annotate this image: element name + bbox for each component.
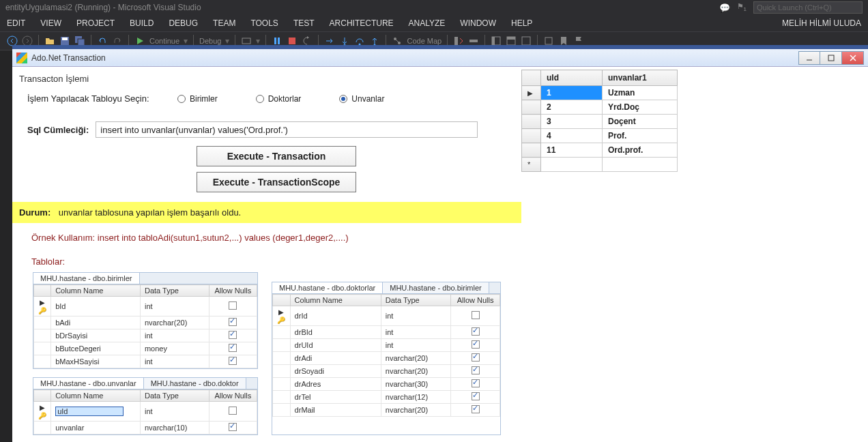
group-title: Transacton İşlemi (18, 71, 516, 91)
tab-birimler[interactable]: MHU.hastane - dbo.birimler (33, 273, 140, 284)
form-app-icon (16, 53, 27, 63)
table-row[interactable]: 4Prof. (522, 129, 678, 143)
notification-icon[interactable]: ⚑1 (737, 2, 747, 12)
radio-birimler-label: Birimler (190, 94, 218, 104)
table-row[interactable]: 2Yrd.Doç (522, 100, 678, 115)
tab-doktorlar[interactable]: MHU.hastane - dbo.doktorlar (272, 282, 383, 293)
table-row[interactable]: ▶🔑bIdint (34, 297, 257, 316)
maximize-button[interactable] (820, 51, 842, 65)
right-pane: uId unvanlar1 ▶1Uzman2Yrd.Doç3Doçent4Pro… (521, 67, 868, 442)
radio-birimler[interactable]: Birimler (177, 94, 218, 104)
vs-side-strip (0, 50, 12, 442)
svg-rect-15 (454, 37, 458, 45)
table-row[interactable]: * (522, 158, 678, 172)
minimize-button[interactable] (798, 51, 820, 65)
vs-titlebar: entityUygulamasi2 (Running) - Microsoft … (0, 0, 868, 15)
execute-transactionscope-button[interactable]: Execute - TransactionScope (197, 172, 356, 192)
status-label: Durum: (19, 207, 50, 218)
status-text: unvanlar tablosuna yapılan işlem başarıl… (59, 207, 241, 218)
table-row[interactable]: 3Doçent (522, 115, 678, 129)
status-bar: Durum: unvanlar tablosuna yapılan işlem … (12, 202, 521, 223)
schema-birimler: MHU.hastane - dbo.birimler Column NameDa… (33, 272, 258, 369)
table-row[interactable]: ▶1Uzman (522, 86, 678, 100)
menu-edit[interactable]: EDIT (7, 18, 25, 28)
feedback-icon[interactable]: 💬 (719, 3, 730, 13)
menu-tools[interactable]: TOOLS (250, 18, 278, 28)
form-window: Ado.Net Transaction Transacton İşlemi İş… (12, 45, 868, 442)
form-titlebar[interactable]: Ado.Net Transaction (12, 49, 868, 67)
table-row[interactable]: bAdinvarchar(20) (34, 316, 257, 329)
col-unvanlar1[interactable]: unvanlar1 (603, 70, 678, 86)
left-pane: Transacton İşlemi İşlem Yapılacak Tabloy… (12, 67, 521, 442)
table-row[interactable]: drAdinvarchar(20) (273, 352, 500, 365)
table-row[interactable]: bDrSayisiint (34, 329, 257, 342)
menu-help[interactable]: HELP (511, 18, 532, 28)
menu-architecture[interactable]: ARCHITECTURE (330, 18, 394, 28)
vs-menubar: EDIT VIEW PROJECT BUILD DEBUG TEAM TOOLS… (0, 15, 868, 31)
user-name: MELİH HİLMİ ULUDA (782, 18, 861, 28)
menu-team[interactable]: TEAM (213, 18, 235, 28)
table-select-label: İşlem Yapılacak Tabloyu Seçin: (27, 93, 164, 104)
svg-rect-20 (507, 37, 515, 40)
table-row[interactable]: drUIdint (273, 339, 500, 352)
menu-build[interactable]: BUILD (130, 18, 154, 28)
col-uid[interactable]: uId (541, 70, 603, 86)
vs-title-text: entityUygulamasi2 (Running) - Microsoft … (5, 3, 201, 12)
radio-icon (339, 95, 347, 103)
codemap-label[interactable]: Code Map (407, 37, 442, 45)
table-row[interactable]: bMaxHSayisiint (34, 355, 257, 368)
radio-unvanlar-label: Unvanlar (351, 94, 384, 104)
svg-rect-6 (242, 38, 250, 44)
table-row[interactable]: drBIdint (273, 326, 500, 339)
tab-unvanlar[interactable]: MHU.hastane - dbo.unvanlar (33, 378, 144, 389)
svg-rect-16 (469, 40, 478, 42)
table-row[interactable]: drTelnvarchar(12) (273, 391, 500, 404)
radio-icon (177, 95, 186, 103)
table-row[interactable]: ▶🔑uIdint (34, 402, 257, 422)
tab-unvanlar-other[interactable]: MHU.hastane - dbo.doktor (144, 378, 246, 389)
svg-rect-22 (545, 38, 552, 44)
menu-test[interactable]: TEST (293, 18, 315, 28)
table-row[interactable]: drAdresnvarchar(30) (273, 378, 500, 391)
config-dropdown[interactable]: Debug (199, 37, 221, 45)
table-row[interactable]: unvanlarnvarchar(10) (34, 422, 257, 434)
table-row[interactable]: 11Ord.prof. (522, 143, 678, 158)
schema-doktorlar: MHU.hastane - dbo.doktorlar MHU.hastane … (272, 282, 501, 435)
form-title: Ado.Net Transaction (31, 53, 106, 63)
radio-doktorlar-label: Doktorlar (268, 94, 302, 104)
sql-label: Sql Cümleciği: (27, 125, 89, 135)
tables-label: Tablolar: (18, 243, 516, 271)
svg-point-0 (8, 36, 17, 46)
tab-doktorlar-other[interactable]: MHU.hastane - dbo.birimler (383, 282, 489, 293)
execute-transaction-button[interactable]: Execute - Transaction (197, 146, 356, 166)
continue-label[interactable]: Continue (149, 37, 179, 45)
menu-project[interactable]: PROJECT (76, 18, 115, 28)
radio-doktorlar[interactable]: Doktorlar (256, 94, 302, 104)
table-row[interactable]: drMailnvarchar(20) (273, 404, 500, 417)
menu-view[interactable]: VIEW (40, 18, 61, 28)
menu-window[interactable]: WINDOW (460, 18, 496, 28)
menu-debug[interactable]: DEBUG (169, 18, 198, 28)
quick-launch-input[interactable]: Quick Launch (Ctrl+Q) (753, 1, 863, 14)
rowhead-corner (522, 70, 541, 86)
close-button[interactable] (842, 51, 864, 65)
table-row[interactable]: ▶🔑drIdint (273, 306, 500, 326)
svg-point-1 (23, 36, 32, 46)
svg-rect-21 (522, 37, 530, 45)
sql-input[interactable] (96, 121, 478, 138)
menu-analyze[interactable]: ANALYZE (409, 18, 446, 28)
example-text: Örnek Kullanım: insert into tabloAdi(sut… (18, 223, 516, 243)
schema-unvanlar: MHU.hastane - dbo.unvanlar MHU.hastane -… (33, 377, 258, 435)
svg-rect-7 (274, 38, 276, 44)
radio-icon (256, 95, 264, 103)
data-grid[interactable]: uId unvanlar1 ▶1Uzman2Yrd.Doç3Doçent4Pro… (521, 70, 678, 172)
radio-unvanlar[interactable]: Unvanlar (339, 94, 384, 104)
svg-rect-18 (492, 37, 495, 45)
svg-rect-9 (289, 38, 295, 44)
table-row[interactable]: drSoyadinvarchar(20) (273, 365, 500, 378)
svg-rect-3 (62, 38, 68, 40)
svg-rect-8 (278, 38, 280, 44)
svg-rect-24 (828, 55, 834, 61)
table-row[interactable]: bButceDegerimoney (34, 342, 257, 355)
